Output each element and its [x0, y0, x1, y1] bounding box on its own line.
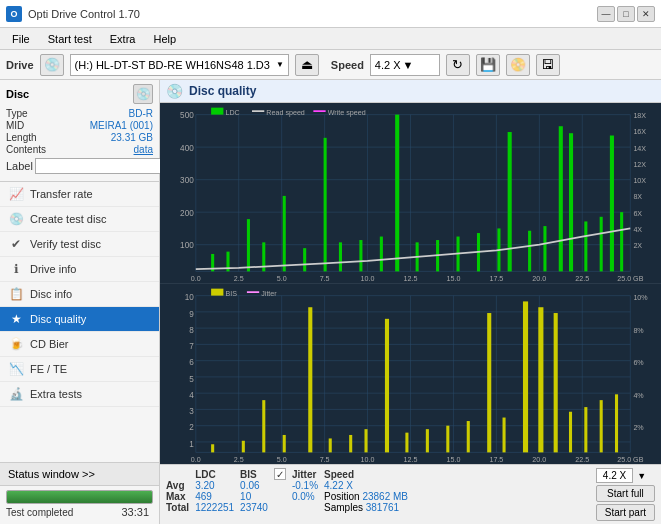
svg-rect-36: [543, 226, 546, 271]
fe-te-label: FE / TE: [30, 363, 67, 375]
sidebar-item-disc-quality[interactable]: ★ Disc quality: [0, 307, 159, 332]
svg-text:2%: 2%: [633, 423, 644, 433]
status-window-label: Status window >>: [8, 468, 95, 480]
jitter-checkbox[interactable]: ✓: [274, 468, 286, 480]
stats-header-speed: Speed: [324, 468, 414, 480]
disc-icon-btn[interactable]: 💿: [133, 84, 153, 104]
disc-info-label: Disc info: [30, 288, 72, 300]
svg-text:4X: 4X: [633, 224, 642, 234]
disc-quality-icon: ★: [8, 312, 24, 326]
cd-bier-icon: 🍺: [8, 337, 24, 351]
disc-write-button[interactable]: 💾: [476, 54, 500, 76]
drive-select[interactable]: (H:) HL-DT-ST BD-RE WH16NS48 1.D3 ▼: [70, 54, 289, 76]
menu-start-test[interactable]: Start test: [40, 31, 100, 47]
svg-rect-105: [385, 319, 389, 453]
svg-rect-111: [503, 418, 506, 453]
svg-rect-109: [467, 421, 470, 452]
svg-text:6X: 6X: [633, 208, 642, 218]
extra-tests-icon: 🔬: [8, 387, 24, 401]
disc-contents-value[interactable]: data: [134, 144, 153, 155]
total-bis: 23740: [240, 502, 274, 513]
svg-rect-41: [610, 136, 614, 272]
svg-text:18X: 18X: [633, 111, 646, 121]
timestamp: 33:31: [117, 504, 153, 520]
sidebar-item-disc-info[interactable]: 📋 Disc info: [0, 282, 159, 307]
stats-header-jitter: Jitter: [292, 468, 324, 480]
title-bar: O Opti Drive Control 1.70 — □ ✕: [0, 0, 661, 28]
status-window-button[interactable]: Status window >>: [0, 463, 159, 486]
disc-quality-title: Disc quality: [189, 84, 256, 98]
svg-text:12.5: 12.5: [404, 454, 418, 464]
maximize-button[interactable]: □: [617, 6, 635, 22]
verify-test-disc-label: Verify test disc: [30, 238, 101, 250]
svg-text:10X: 10X: [633, 176, 646, 186]
chart-bis: 10 9 8 7 6 5 4 3 2 1 10% 8% 6% 4% 2%: [160, 284, 661, 464]
max-bis: 10: [240, 491, 274, 502]
speed-val: 4.22 X: [324, 480, 414, 491]
svg-text:7.5: 7.5: [320, 454, 330, 464]
svg-text:17.5: 17.5: [489, 454, 503, 464]
svg-text:20.0: 20.0: [532, 454, 546, 464]
svg-text:2X: 2X: [633, 241, 642, 251]
svg-text:0.0: 0.0: [191, 273, 201, 283]
disc-read-button[interactable]: 📀: [506, 54, 530, 76]
svg-text:14X: 14X: [633, 143, 646, 153]
progress-bar-background: [6, 490, 153, 504]
drive-icon-btn[interactable]: 💿: [40, 54, 64, 76]
verify-test-disc-icon: ✔: [8, 237, 24, 251]
avg-label: Avg: [166, 480, 195, 491]
svg-rect-101: [308, 307, 312, 452]
speed-select[interactable]: 4.2 X ▼: [370, 54, 440, 76]
svg-rect-26: [359, 240, 362, 271]
minimize-button[interactable]: —: [597, 6, 615, 22]
svg-rect-99: [262, 400, 265, 452]
max-label: Max: [166, 491, 195, 502]
chart-bis-svg: 10 9 8 7 6 5 4 3 2 1 10% 8% 6% 4% 2%: [160, 284, 661, 464]
svg-rect-108: [446, 426, 449, 453]
speed-box[interactable]: 4.2 X: [596, 468, 633, 483]
svg-text:5.0: 5.0: [277, 454, 287, 464]
title-bar-left: O Opti Drive Control 1.70: [6, 6, 140, 22]
sidebar-item-extra-tests[interactable]: 🔬 Extra tests: [0, 382, 159, 407]
progress-label: Test completed: [6, 507, 73, 518]
save-button[interactable]: 🖫: [536, 54, 560, 76]
sidebar-item-fe-te[interactable]: 📉 FE / TE: [0, 357, 159, 382]
close-button[interactable]: ✕: [637, 6, 655, 22]
svg-text:17.5: 17.5: [489, 273, 503, 283]
extra-tests-label: Extra tests: [30, 388, 82, 400]
disc-label-input[interactable]: [35, 158, 168, 174]
svg-text:22.5: 22.5: [575, 454, 589, 464]
svg-text:5: 5: [189, 373, 194, 384]
svg-text:500: 500: [180, 110, 194, 121]
svg-rect-24: [324, 138, 327, 272]
disc-quality-label: Disc quality: [30, 313, 86, 325]
svg-text:10%: 10%: [633, 293, 647, 303]
speed-box-row: 4.2 X ▼: [596, 468, 655, 483]
svg-text:10: 10: [185, 292, 194, 303]
sidebar-item-transfer-rate[interactable]: 📈 Transfer rate: [0, 182, 159, 207]
menu-help[interactable]: Help: [145, 31, 184, 47]
position-val: 23862 MB: [362, 491, 408, 502]
disc-length-row: Length 23.31 GB: [6, 132, 153, 143]
sidebar-item-create-test-disc[interactable]: 💿 Create test disc: [0, 207, 159, 232]
status-bar-sidebar: Status window >> Test completed 33:31: [0, 462, 159, 524]
start-part-button[interactable]: Start part: [596, 504, 655, 521]
svg-text:9: 9: [189, 308, 194, 319]
start-full-button[interactable]: Start full: [596, 485, 655, 502]
menu-extra[interactable]: Extra: [102, 31, 144, 47]
svg-rect-110: [487, 313, 491, 452]
app-title: Opti Drive Control 1.70: [28, 8, 140, 20]
refresh-button[interactable]: ↻: [446, 54, 470, 76]
svg-text:400: 400: [180, 142, 194, 153]
svg-text:2: 2: [189, 422, 194, 433]
disc-label-row: Label ⚙: [6, 157, 153, 175]
sidebar-item-drive-info[interactable]: ℹ Drive info: [0, 257, 159, 282]
sidebar-item-verify-test-disc[interactable]: ✔ Verify test disc: [0, 232, 159, 257]
svg-text:7.5: 7.5: [320, 273, 330, 283]
sidebar-item-cd-bier[interactable]: 🍺 CD Bier: [0, 332, 159, 357]
menu-file[interactable]: File: [4, 31, 38, 47]
svg-rect-104: [364, 429, 367, 452]
eject-button[interactable]: ⏏: [295, 54, 319, 76]
total-label: Total: [166, 502, 195, 513]
transfer-rate-icon: 📈: [8, 187, 24, 201]
